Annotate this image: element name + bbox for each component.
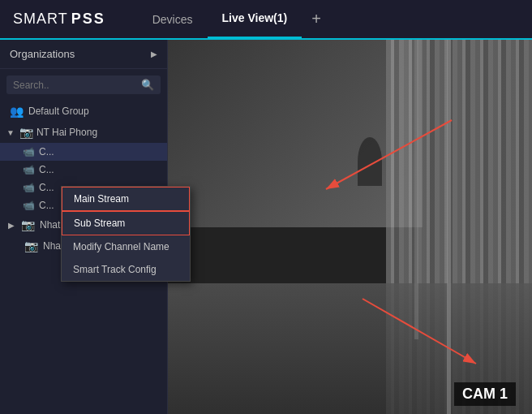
ceiling	[168, 40, 423, 227]
nt-hai-phong-group[interactable]: ▼ 📷 NT Hai Phong	[0, 122, 167, 143]
add-tab-button[interactable]: +	[302, 0, 331, 39]
search-icon: 🔍	[141, 79, 154, 91]
cam-label-4: C...	[39, 200, 54, 211]
ctx-smart-track[interactable]: Smart Track Config	[62, 258, 190, 281]
nvr-icon-2: 📷	[21, 218, 35, 231]
default-group-item[interactable]: 👥 Default Group	[0, 101, 167, 122]
topbar: SMART PSS Devices Live View(1) +	[0, 0, 532, 40]
logo-pss: PSS	[71, 11, 105, 28]
ctx-main-stream[interactable]: Main Stream	[62, 187, 190, 211]
tab-devices[interactable]: Devices	[138, 0, 208, 39]
cam-icon-1: 📹	[23, 146, 35, 157]
organizations-label: Organizations	[10, 48, 75, 60]
group-icon: 👥	[10, 105, 24, 118]
organizations-header[interactable]: Organizations ▶	[0, 40, 167, 69]
sidebar: Organizations ▶ 🔍 👥 Default Group ▼ 📷 NT…	[0, 40, 168, 414]
cam-label-2: C...	[39, 164, 54, 175]
ctx-modify-channel[interactable]: Modify Channel Name	[62, 235, 190, 258]
tab-liveview[interactable]: Live View(1)	[208, 0, 302, 39]
organizations-arrow: ▶	[151, 50, 157, 58]
cam-icon-4: 📹	[23, 200, 35, 211]
cam-label-3: C...	[39, 182, 54, 193]
logo-smart: SMART	[13, 11, 68, 28]
cam-scene	[168, 40, 532, 414]
cam-label-overlay: CAM 1	[454, 382, 516, 406]
nt-hai-phong-label: NT Hai Phong	[36, 127, 97, 138]
cam-icon-3: 📹	[23, 182, 35, 193]
fence-v3	[414, 40, 418, 339]
cam-label-1: C...	[39, 146, 54, 157]
cam-item-1[interactable]: 📹 C...	[0, 143, 167, 161]
ctx-sub-stream[interactable]: Sub Stream	[62, 211, 190, 235]
plant-decoration	[358, 137, 382, 186]
nvr-icon: 📷	[19, 126, 33, 139]
search-bar[interactable]: 🔍	[6, 75, 161, 94]
search-input[interactable]	[13, 80, 141, 91]
expand-arrow-down: ▼	[6, 128, 15, 137]
context-menu: Main Stream Sub Stream Modify Channel Na…	[61, 186, 191, 282]
cam-icon-2: 📹	[23, 164, 35, 175]
logo: SMART PSS	[0, 11, 105, 28]
expand-arrow-right: ▶	[8, 221, 15, 230]
default-group-label: Default Group	[28, 106, 89, 117]
camera-view: CAM 1	[168, 40, 532, 414]
cam-icon-hp: 📷	[24, 239, 38, 252]
cam-item-2[interactable]: 📹 C...	[0, 161, 167, 179]
fence-v2	[447, 40, 451, 414]
main-content: Organizations ▶ 🔍 👥 Default Group ▼ 📷 NT…	[0, 40, 532, 414]
